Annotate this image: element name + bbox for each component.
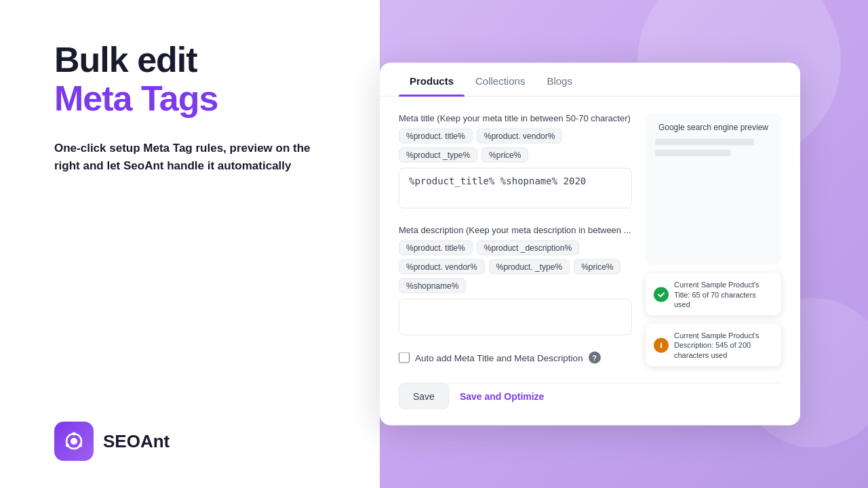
- svg-point-3: [79, 444, 82, 447]
- tab-products[interactable]: Products: [399, 63, 465, 96]
- preview-title: Google search engine preview: [655, 123, 772, 132]
- tag-product-type[interactable]: %product _type%: [399, 148, 477, 163]
- meta-desc-label: Meta description (Keep your meta descrip…: [399, 225, 632, 235]
- left-panel: Bulk edit Meta Tags One-click setup Meta…: [0, 0, 380, 488]
- tag-product-vendor[interactable]: %product. vendor%: [477, 129, 563, 144]
- svg-point-4: [66, 444, 69, 447]
- tab-blogs[interactable]: Blogs: [536, 63, 583, 96]
- preview-line-2: [655, 150, 731, 157]
- preview-side: Google search engine preview Current Sam…: [646, 113, 781, 367]
- meta-desc-input[interactable]: [399, 299, 632, 336]
- save-optimize-button[interactable]: Save and Optimize: [457, 384, 547, 409]
- tabs-container: Products Collections Blogs: [380, 63, 800, 97]
- tag-desc-price[interactable]: %price%: [574, 260, 620, 274]
- orange-info-icon: [654, 338, 669, 352]
- meta-title-section: Meta title (Keep your meta title in betw…: [399, 113, 632, 211]
- orange-badge-text: Current Sample Product's Description: 54…: [674, 331, 773, 360]
- auto-add-checkbox[interactable]: [399, 352, 410, 363]
- form-side: Meta title (Keep your meta title in betw…: [399, 113, 632, 367]
- green-badge-text: Current Sample Product's Title: 65 of 70…: [674, 280, 773, 309]
- card-panel: Products Collections Blogs Meta title (K…: [380, 63, 800, 426]
- tag-desc-product-title[interactable]: %product. title%: [399, 241, 473, 256]
- card-body: Meta title (Keep your meta title in betw…: [380, 97, 800, 383]
- buttons-row: Save Save and Optimize: [380, 384, 800, 426]
- tag-desc-type[interactable]: %product. _type%: [489, 260, 570, 274]
- logo-row: SEOAnt: [54, 422, 339, 461]
- svg-point-1: [71, 438, 77, 445]
- svg-point-5: [660, 342, 662, 344]
- preview-line-1: [655, 139, 754, 146]
- meta-title-input[interactable]: [399, 168, 632, 209]
- help-icon[interactable]: ?: [589, 352, 601, 364]
- google-preview-box: Google search engine preview: [646, 113, 781, 265]
- description: One-click setup Meta Tag rules, preview …: [54, 140, 339, 174]
- meta-title-tags: %product. title% %product. vendor% %prod…: [399, 129, 632, 163]
- tag-price[interactable]: %price%: [481, 148, 528, 163]
- svg-point-2: [73, 432, 76, 436]
- status-badge-orange: Current Sample Product's Description: 54…: [646, 324, 781, 367]
- tag-desc-description[interactable]: %product _description%: [477, 241, 579, 256]
- headline-black: Bulk edit: [54, 41, 339, 79]
- auto-add-checkbox-row: Auto add Meta Title and Meta Description…: [399, 352, 632, 367]
- meta-description-section: Meta description (Keep your meta descrip…: [399, 225, 632, 338]
- checkbox-label: Auto add Meta Title and Meta Description: [415, 352, 583, 363]
- headline-purple: Meta Tags: [54, 79, 339, 118]
- seoant-logo-icon: [54, 422, 94, 461]
- green-check-icon: [654, 287, 669, 302]
- meta-desc-tags: %product. title% %product _description% …: [399, 241, 632, 293]
- tab-collections[interactable]: Collections: [465, 63, 536, 96]
- status-badge-green: Current Sample Product's Title: 65 of 70…: [646, 273, 781, 316]
- tag-product-title[interactable]: %product. title%: [399, 129, 473, 144]
- left-content: Bulk edit Meta Tags One-click setup Meta…: [54, 41, 339, 174]
- tag-desc-shopname[interactable]: %shopname%: [399, 279, 466, 293]
- save-button[interactable]: Save: [399, 384, 449, 409]
- logo-text: SEOAnt: [103, 431, 170, 452]
- meta-title-label: Meta title (Keep your meta title in betw…: [399, 113, 632, 123]
- tag-desc-vendor[interactable]: %product. vendor%: [399, 260, 485, 274]
